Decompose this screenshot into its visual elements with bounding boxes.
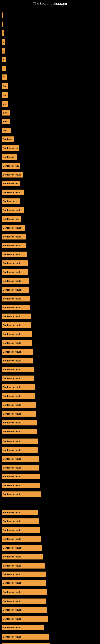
- bar: Bottleneck resu: [2, 163, 20, 169]
- bar: Bottleneck result: [2, 287, 29, 292]
- bar-label: Bottleneck result: [3, 226, 21, 229]
- bar-label: B: [3, 76, 4, 78]
- bar: Bottleneck result: [2, 225, 25, 231]
- bar-label: Bottleneck resu: [3, 218, 19, 220]
- bar: Bottleneck result: [2, 438, 38, 444]
- bar-label: Bottleneck re: [3, 200, 17, 202]
- bar: Bottleneck result: [2, 269, 28, 275]
- bar-item: Bottleneck result: [2, 286, 29, 293]
- bar-label: Bottleneck result: [3, 288, 21, 291]
- bar: Bottleneck result: [2, 527, 40, 533]
- bar: Bottleneck result: [2, 252, 27, 257]
- bar-label: B: [3, 58, 4, 61]
- bar-item: Bottleneck resu: [2, 162, 20, 169]
- bar: Bottleneck result: [2, 243, 26, 248]
- bar-item: Bottleneck result: [2, 598, 46, 604]
- bar: Bottleneck result: [2, 172, 23, 178]
- bar-item: [2, 21, 3, 28]
- bar: Bottleneck: [2, 154, 17, 160]
- bar: Bottleneck result: [2, 598, 46, 604]
- bar-item: Bottleneck result: [2, 491, 41, 498]
- bar-item: Bottleneck result: [2, 428, 37, 435]
- bar-label: Bottlenec: [3, 138, 13, 140]
- bar: Bottleneck result: [2, 358, 33, 364]
- bar: Bottleneck result: [2, 607, 47, 612]
- bar-label: Bottleneck result: [3, 529, 21, 531]
- bar-label: Bottleneck result: [3, 191, 21, 194]
- bar-item: Bolt: [2, 118, 10, 125]
- bar-label: Bottleneck result: [3, 512, 21, 514]
- bar-label: Bottleneck result: [3, 174, 21, 176]
- bar: Bottleneck result: [2, 296, 30, 302]
- bar-label: E: [3, 41, 4, 43]
- bar-item: Bottleneck result: [2, 366, 34, 373]
- bar-label: Bottleneck result: [3, 298, 21, 300]
- bar: [2, 22, 3, 27]
- bar-item: Bottleneck result: [2, 482, 40, 489]
- bar-item: Bottleneck result: [2, 251, 27, 258]
- bar-label: Bottleneck result: [3, 236, 21, 238]
- bar-label: Bottleneck result: [3, 546, 21, 549]
- bar-item: Bottleneck result: [2, 340, 32, 346]
- bar-item: Bottleneck result: [2, 189, 24, 196]
- bar: Bottleneck result: [2, 376, 34, 381]
- bar-label: Bottleneck resu: [3, 182, 19, 185]
- bar-item: E: [2, 39, 5, 45]
- bar-item: Bottleneck res: [2, 145, 19, 151]
- bar: Bottleneck result: [2, 465, 39, 470]
- bar-item: Bottleneck result: [2, 313, 31, 320]
- bar: Bottleneck result: [2, 563, 45, 568]
- bar-item: Bottleneck result: [2, 589, 47, 595]
- bar-item: B: [2, 74, 7, 80]
- bar-label: E: [3, 32, 4, 34]
- bar-label: Bottleneck result: [3, 342, 21, 344]
- bar-item: Bottleneck result: [2, 624, 44, 631]
- bar: Bottleneck result: [2, 545, 42, 550]
- bar: Bottleneck result: [2, 393, 35, 399]
- bar: Bottleneck result: [2, 429, 37, 434]
- bar: Bottleneck result: [2, 554, 43, 560]
- bar-label: Bottleneck result: [3, 618, 21, 620]
- bar-label: Bottleneck res: [3, 147, 18, 149]
- bar-label: Bottleneck result: [3, 466, 21, 469]
- bar: Bottleneck result: [2, 349, 33, 354]
- bar-label: Bottleneck result: [3, 475, 21, 478]
- bar-label: Bottleneck result: [3, 253, 21, 256]
- bar-label: Bottleneck result: [3, 271, 21, 273]
- bar: Bottleneck result: [2, 234, 26, 240]
- bar-item: Bottleneck resu: [2, 180, 20, 187]
- bar: Bottleneck result: [2, 322, 31, 328]
- bar-item: Bottleneck result: [2, 642, 50, 644]
- bar-label: Bottleneck result: [3, 324, 21, 326]
- bar: E: [2, 30, 4, 36]
- bar: Bottleneck result: [2, 314, 31, 319]
- bar-label: Bottleneck result: [3, 440, 21, 442]
- bar-label: Bottleneck result: [3, 458, 21, 460]
- bar: Bottleneck result: [2, 190, 24, 195]
- bar-item: Bottleneck result: [2, 410, 36, 417]
- bar-item: Bottleneck result: [2, 260, 28, 266]
- bar-item: Bottlenec: [2, 136, 14, 142]
- bar-label: Bottleneck result: [3, 556, 21, 558]
- bar-label: Bottleneck result: [3, 449, 21, 451]
- bar: Bottleneck result: [2, 367, 34, 372]
- bar-item: Bottleneck result: [2, 616, 48, 622]
- bar: Bolt: [2, 119, 10, 124]
- bar-label: Bottleneck result: [3, 412, 21, 415]
- bar: Bottleneck result: [2, 260, 28, 266]
- bar-label: Bottleneck result: [3, 404, 21, 406]
- bar-item: Bottleneck result: [2, 420, 37, 426]
- bar-item: Bottleneck result: [2, 536, 41, 542]
- bar-item: Bottleneck result: [2, 580, 46, 586]
- bar-label: Bottleneck result: [3, 600, 21, 602]
- bar-label: Bottleneck result: [3, 582, 21, 584]
- bar-label: Bottleneck result: [3, 564, 21, 567]
- bar: Bottleneck result: [2, 207, 24, 213]
- bar-item: Bo: [2, 83, 8, 89]
- bar-item: Bottleneck result: [2, 456, 39, 462]
- chart-container: TheBottlenecker.com EEEBBBBoBoBoBottBolt…: [0, 0, 100, 644]
- bar: Bottleneck result: [2, 616, 48, 622]
- bar-label: Bottleneck result: [3, 360, 21, 362]
- bar-item: Bottleneck result: [2, 348, 33, 355]
- bar: Bottlenec: [2, 136, 14, 142]
